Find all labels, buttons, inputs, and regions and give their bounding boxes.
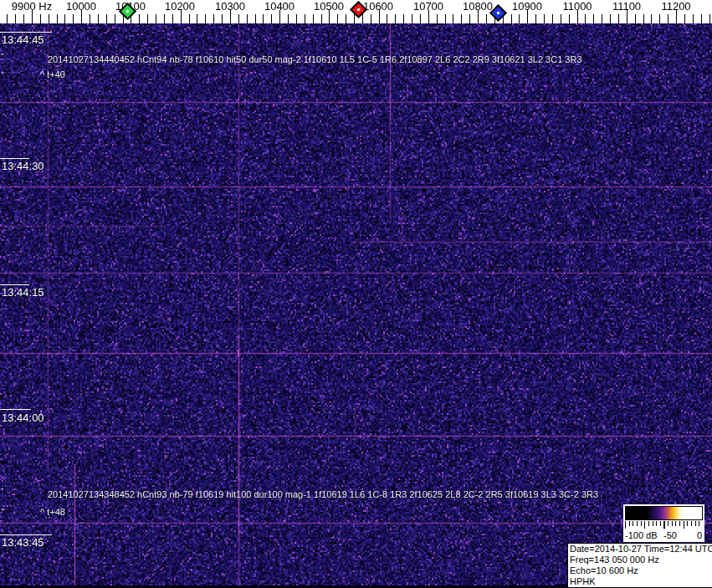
marker-center-dot	[496, 11, 499, 14]
time-tick	[0, 158, 29, 159]
color-gradient-bar	[625, 506, 703, 520]
hit-annotation-line: 20141027134440452 hCnt94 nb-78 f10610 hi…	[48, 54, 582, 64]
time-tick	[0, 534, 52, 535]
hit-annotation-tmark: ^ t+40	[40, 69, 65, 79]
freq-label: 10800	[463, 0, 493, 13]
time-label: 13:43:45	[2, 536, 44, 549]
time-label: 13:44:45	[2, 33, 44, 46]
time-tick	[0, 409, 31, 410]
freq-label: 10700	[413, 0, 443, 13]
edge-tick-mark: `	[1, 52, 4, 64]
hit-annotation-line: 20141027134348452 hCnt93 nb-79 f10619 hi…	[48, 489, 598, 499]
edge-tick-mark: `	[1, 70, 4, 83]
time-label: 13:44:30	[2, 160, 44, 172]
freq-label: 11200	[661, 0, 690, 13]
freq-label: 11100	[612, 0, 641, 13]
marker-center-dot	[356, 8, 360, 11]
db-color-scale: -100 dB -50 0	[623, 504, 704, 542]
freq-line: Freq=143 050 000 Hz	[570, 555, 710, 565]
freq-label: 10400	[264, 0, 295, 13]
db-mid-label: -50	[663, 530, 677, 540]
color-scale-major-ticks	[625, 521, 703, 529]
time-label: 13:44:15	[2, 286, 44, 299]
freq-label: 11000	[562, 0, 592, 13]
freq-label: 9900 Hz	[12, 0, 52, 13]
marker-center-dot	[125, 9, 129, 13]
freq-label: 10300	[215, 0, 245, 13]
db-min-label: -100 dB	[625, 530, 658, 540]
spectrogram-window: 9900 Hz 10000 10100 10200 10300 10400 10…	[0, 0, 712, 588]
freq-label: 10000	[66, 0, 96, 13]
frequency-ruler: 9900 Hz 10000 10100 10200 10300 10400 10…	[0, 0, 712, 23]
db-max-label: 0	[697, 530, 702, 540]
station-id-line: HPHK	[570, 576, 710, 587]
hit-annotation-tmark: ^ t+48	[40, 507, 65, 517]
date-time-line: Date=2014-10-27 Time=12:44 UTC	[570, 544, 710, 555]
echo-line: Echo=10 600 Hz	[570, 565, 710, 576]
time-label: 13:44:00	[2, 412, 44, 424]
edge-tick-mark: `	[1, 507, 4, 519]
edge-tick-mark: `	[1, 487, 4, 499]
freq-label: 10900	[512, 0, 542, 13]
status-info-box: Date=2014-10-27 Time=12:44 UTC Freq=143 …	[567, 543, 712, 588]
freq-label: 10600	[363, 0, 393, 13]
spectrogram-canvas[interactable]	[0, 23, 712, 588]
time-tick	[0, 284, 29, 285]
time-tick	[0, 32, 52, 33]
freq-label: 10200	[165, 0, 195, 13]
freq-label: 10500	[314, 0, 344, 13]
